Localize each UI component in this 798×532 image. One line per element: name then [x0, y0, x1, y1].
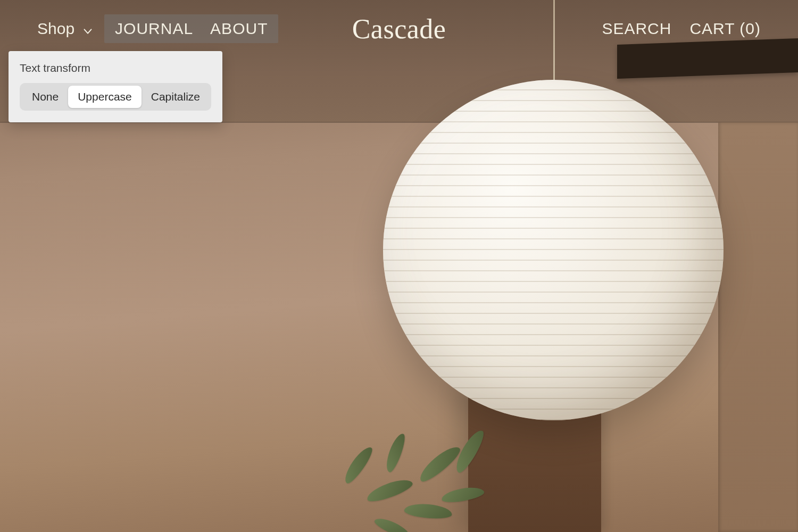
chevron-down-icon [82, 23, 94, 35]
nav-link-about[interactable]: ABOUT [210, 20, 268, 38]
text-transform-option-capitalize[interactable]: Capitalize [142, 86, 210, 108]
wall-panel-right [718, 122, 798, 532]
shop-label: Shop [37, 20, 74, 38]
paper-lantern [383, 80, 724, 420]
shop-dropdown-trigger[interactable]: Shop [37, 11, 104, 46]
lantern-ribs [383, 80, 724, 420]
olive-branch [325, 447, 516, 532]
nav-links-highlight: JOURNAL ABOUT [104, 14, 278, 43]
nav-left: Shop JOURNAL ABOUT [37, 11, 278, 46]
popover-title: Text transform [20, 62, 211, 74]
search-link[interactable]: SEARCH [602, 20, 671, 38]
text-transform-option-none[interactable]: None [22, 86, 68, 108]
cart-link[interactable]: CART (0) [689, 20, 761, 38]
nav-link-journal[interactable]: JOURNAL [115, 20, 193, 38]
site-header: Shop JOURNAL ABOUT Cascade SEARCH CART (… [0, 0, 798, 57]
text-transform-option-uppercase[interactable]: Uppercase [68, 86, 142, 108]
text-transform-popover: Text transform None Uppercase Capitalize [9, 51, 222, 122]
hero-background: Shop JOURNAL ABOUT Cascade SEARCH CART (… [0, 0, 798, 532]
text-transform-segmented: None Uppercase Capitalize [20, 83, 211, 111]
site-logo[interactable]: Cascade [352, 13, 446, 45]
nav-right: SEARCH CART (0) [602, 20, 761, 38]
